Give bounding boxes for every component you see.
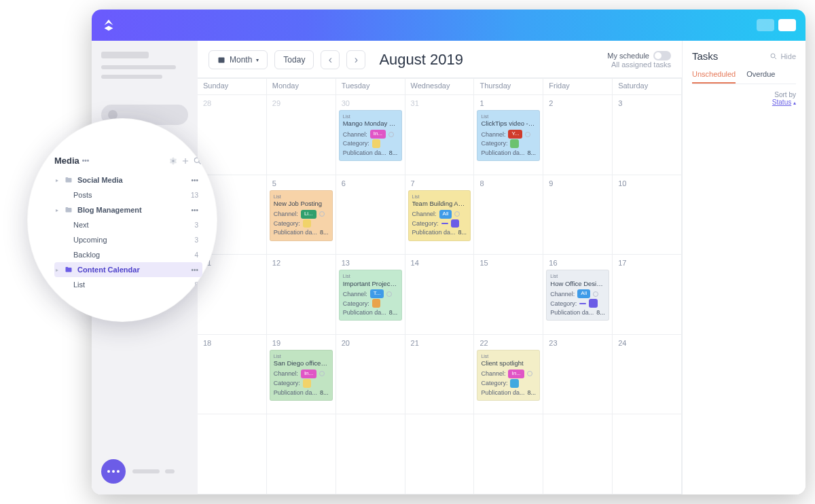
calendar-cell[interactable] [198,414,267,494]
chat-button[interactable] [101,459,126,484]
calendar-cell[interactable]: 22ListClient spotlightChannel:In...Categ… [474,335,543,415]
calendar-cell[interactable]: 3 [613,95,682,175]
task-card[interactable]: ListClient spotlightChannel:In...Categor… [477,350,540,401]
calendar-cell[interactable]: 11 [198,255,267,335]
view-select[interactable]: Month ▾ [209,50,268,69]
calendar-cell[interactable]: 2 [543,95,613,175]
channel-chip: In... [508,370,524,378]
channel-chip: T... [370,289,384,298]
day-number: 21 [408,338,471,348]
task-card[interactable]: ListMango Monday new eChannel:In...Categ… [339,110,402,161]
next-button[interactable]: › [346,50,365,69]
task-card[interactable]: ListImportant Project ManChannel:T...Cat… [339,270,402,321]
list-item[interactable]: Backlog4 [54,247,202,262]
skeleton-line [101,65,176,69]
day-number: 7 [408,178,471,189]
day-header: Monday [267,79,336,95]
day-number: 30 [339,98,402,109]
day-header: Sunday [198,79,267,95]
calendar-cell[interactable]: 1ListClickTips video - InboxChannel:Y...… [474,95,543,175]
assignee-icon [593,291,598,297]
calendar-cell[interactable]: 7ListTeam Building ActivitieChannel:AllC… [405,175,475,255]
calendar-cell[interactable]: 31 [405,95,475,175]
task-card[interactable]: ListClickTips video - InboxChannel:Y...C… [477,110,540,161]
calendar-cell[interactable] [613,414,682,494]
day-number: 10 [615,178,678,189]
task-card[interactable]: ListSan Diego office tourChannel:In...Ca… [270,350,333,401]
folder-item[interactable]: ▸Blog Management••• [54,202,202,217]
task-title: How Office Design imp [550,280,605,289]
channel-chip: In... [301,370,316,378]
sort-control[interactable]: Sort by Status ▴ [692,91,796,106]
calendar-cell[interactable]: 12 [267,255,336,335]
calendar-cell[interactable]: 24 [613,335,682,415]
list-item[interactable]: Next3 [54,217,202,232]
day-number: 20 [339,338,402,348]
calendar-cell[interactable]: 29 [267,95,336,175]
more-icon[interactable]: ••• [191,177,198,184]
today-button[interactable]: Today [274,50,314,69]
calendar-cell[interactable]: 10 [613,175,682,255]
category-chip [579,303,586,304]
channel-chip: Y... [508,130,522,139]
more-icon[interactable]: ••• [191,206,198,214]
day-header: Tuesday [336,79,405,95]
gear-icon[interactable] [168,156,178,166]
task-title: Team Building Activitie [412,200,467,209]
list-item[interactable]: Upcoming3 [54,232,202,247]
list-item[interactable]: Posts13 [54,187,202,202]
calendar-cell[interactable]: 28 [198,95,267,175]
more-icon[interactable]: ••• [82,157,90,164]
calendar-toolbar: Month ▾ Today ‹ › August 2019 My schedul… [198,41,682,78]
plus-icon[interactable] [181,156,190,166]
folder-item[interactable]: ▸Social Media••• [54,173,202,187]
folder-item[interactable]: ▸Content Calendar••• [54,262,202,277]
calendar-cell[interactable]: 30ListMango Monday new eChannel:In...Cat… [336,95,405,175]
item-label: List [73,281,194,289]
item-label: Posts [73,191,191,199]
tab-unscheduled[interactable]: Unscheduled [692,70,736,84]
day-header: Saturday [613,79,682,95]
calendar-cell[interactable]: 8 [474,175,543,255]
item-label: Upcoming [73,236,194,244]
calendar-cell[interactable]: 9 [543,175,613,255]
category-chip [303,219,311,228]
calendar-cell[interactable] [405,414,475,494]
calendar-cell[interactable]: 5ListNew Job PostingChannel:Li...Categor… [267,175,336,255]
month-title: August 2019 [379,51,463,69]
app-logo [101,18,116,33]
task-card[interactable]: ListNew Job PostingChannel:Li...Category… [270,190,333,241]
titlebar [92,10,805,41]
calendar-cell[interactable]: 14 [405,255,475,335]
task-card[interactable]: ListHow Office Design impChannel:AllCate… [546,270,609,321]
hide-button[interactable]: Hide [769,52,796,60]
calendar-cell[interactable]: 6 [336,175,405,255]
calendar-cell[interactable] [336,414,405,494]
more-icon[interactable]: ••• [191,266,198,274]
prev-button[interactable]: ‹ [321,50,340,69]
calendar-cell[interactable]: 20 [336,335,405,415]
tab-overdue[interactable]: Overdue [746,70,775,84]
calendar-cell[interactable]: 23 [543,335,613,415]
calendar-cell[interactable]: 18 [198,335,267,415]
calendar-cell[interactable]: 13ListImportant Project ManChannel:T...C… [336,255,405,335]
assignee-icon [319,211,325,217]
calendar-cell[interactable] [267,414,336,494]
calendar-panel: Month ▾ Today ‹ › August 2019 My schedul… [198,41,682,494]
calendar-cell[interactable]: 16ListHow Office Design impChannel:AllCa… [543,255,613,335]
window-minimize-button[interactable] [757,19,774,31]
calendar-cell[interactable]: 19ListSan Diego office tourChannel:In...… [267,335,336,415]
my-schedule-toggle[interactable]: My schedule All assigned tasks [607,51,671,69]
window-maximize-button[interactable] [778,19,796,31]
calendar-cell[interactable]: 15 [474,255,543,335]
calendar-cell[interactable]: 17 [613,255,682,335]
list-item[interactable]: List8 [54,277,202,292]
search-icon [769,52,778,60]
category-chip [372,139,380,148]
assignee-icon [527,371,532,376]
task-card[interactable]: ListTeam Building ActivitieChannel:AllCa… [408,190,471,241]
calendar-cell[interactable] [474,414,543,494]
calendar-cell[interactable] [543,414,613,494]
day-number: 12 [270,257,333,268]
calendar-cell[interactable]: 21 [405,335,475,415]
